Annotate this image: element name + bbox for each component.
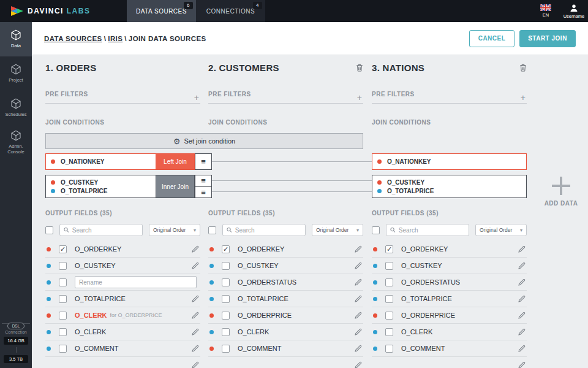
- search-box: [222, 224, 306, 236]
- delete-source-icon[interactable]: [519, 64, 527, 72]
- app-logo-text: DAVINCI LABS: [28, 7, 90, 15]
- edit-field-icon[interactable]: [355, 245, 362, 253]
- edit-field-icon[interactable]: [518, 312, 526, 319]
- search-input[interactable]: [399, 227, 465, 234]
- edit-field-icon[interactable]: [518, 245, 526, 253]
- drag-handle-icon[interactable]: ≡: [195, 153, 212, 170]
- search-box: [386, 224, 469, 236]
- breadcrumb-item-iris[interactable]: IRIS: [108, 35, 123, 42]
- type-dot-blue: [209, 280, 214, 285]
- tab-count-badge: 4: [253, 2, 262, 9]
- field-checkbox[interactable]: [222, 328, 230, 336]
- add-pre-filter-button[interactable]: +: [521, 94, 526, 101]
- edit-field-icon[interactable]: [192, 262, 199, 269]
- select-all-checkbox[interactable]: [45, 226, 53, 234]
- field-row: ✓ O_ORDERKEY: [372, 241, 527, 258]
- field-checkbox[interactable]: [385, 345, 393, 353]
- field-checkbox[interactable]: [385, 295, 393, 303]
- edit-field-icon[interactable]: [355, 262, 362, 269]
- edit-field-icon[interactable]: [518, 262, 526, 269]
- field-checkbox[interactable]: [59, 345, 67, 353]
- field-checkbox[interactable]: ✓: [59, 245, 67, 253]
- type-dot-blue: [47, 347, 51, 351]
- field-checkbox[interactable]: [385, 278, 393, 286]
- edit-field-icon[interactable]: [355, 295, 362, 302]
- field-checkbox[interactable]: [59, 295, 67, 303]
- set-join-condition-button[interactable]: ⚙ Set join condition: [45, 133, 363, 149]
- delete-source-icon[interactable]: [356, 64, 363, 72]
- field-checkbox[interactable]: [385, 312, 393, 320]
- sort-order-select[interactable]: Original Order ▾: [312, 224, 363, 236]
- edit-field-icon[interactable]: [192, 312, 199, 319]
- add-data-button[interactable]: ADD DATA: [534, 177, 588, 207]
- start-join-button[interactable]: START JOIN: [519, 30, 576, 47]
- join-type-badge[interactable]: Inner Join: [156, 175, 195, 198]
- join-condition-1-left[interactable]: O_NATIONKEY Left Join ≡: [45, 153, 212, 170]
- top-tab-connections[interactable]: 4 CONNECTIONS: [196, 0, 265, 22]
- join-condition-2-left[interactable]: O_CUSTKEYO_TOTALPRICE Inner Join ≡≡: [45, 175, 212, 198]
- edit-field-icon[interactable]: [192, 345, 199, 352]
- edit-field-icon[interactable]: [518, 328, 526, 335]
- edit-field-icon[interactable]: [192, 295, 199, 302]
- field-checkbox[interactable]: [385, 262, 393, 270]
- type-dot-blue: [373, 264, 377, 268]
- join-type-badge[interactable]: Left Join: [156, 153, 195, 170]
- select-all-checkbox[interactable]: [208, 226, 216, 234]
- sidebar-item-admin-console[interactable]: Admin. Console: [0, 125, 32, 159]
- drag-handle-icon[interactable]: ≡: [195, 175, 212, 187]
- edit-field-icon[interactable]: [192, 361, 199, 368]
- search-input[interactable]: [72, 227, 138, 234]
- edit-field-icon[interactable]: [192, 328, 199, 335]
- edit-field-icon[interactable]: [355, 345, 362, 352]
- add-pre-filter-button[interactable]: +: [357, 94, 362, 101]
- sidebar-item-schedules[interactable]: Schedules: [0, 91, 32, 125]
- language-switcher[interactable]: EN: [532, 0, 560, 22]
- field-checkbox[interactable]: ✓: [385, 245, 393, 253]
- join-connector-line: [212, 161, 372, 162]
- type-dot-blue: [47, 280, 51, 285]
- sort-order-select[interactable]: Original Order ▾: [149, 224, 200, 236]
- join-field-name: O_CUSTKEY: [61, 179, 98, 186]
- join-conditions-label: JOIN CONDITIONS: [208, 119, 267, 126]
- sidebar-item-project[interactable]: Project: [0, 56, 32, 91]
- field-checkbox[interactable]: [222, 345, 230, 353]
- sort-order-select[interactable]: Original Order ▾: [475, 224, 527, 236]
- field-checkbox[interactable]: [59, 328, 67, 336]
- drag-handle-icon[interactable]: ≡: [195, 186, 212, 199]
- field-name: O_CLERK: [75, 312, 107, 319]
- sidebar-item-data[interactable]: Data: [0, 22, 32, 56]
- edit-field-icon[interactable]: [518, 278, 526, 286]
- field-row: ✓ O_ORDERKEY: [45, 241, 200, 258]
- search-input[interactable]: [235, 227, 301, 234]
- app-logo[interactable]: DAVINCI LABS: [0, 0, 127, 22]
- select-all-checkbox[interactable]: [372, 226, 380, 234]
- field-checkbox[interactable]: [385, 328, 393, 336]
- edit-field-icon[interactable]: [518, 361, 526, 368]
- rename-input[interactable]: [75, 276, 197, 288]
- schedules-icon: [10, 98, 21, 109]
- edit-field-icon[interactable]: [355, 361, 362, 368]
- field-checkbox[interactable]: ✓: [222, 245, 230, 253]
- edit-field-icon[interactable]: [355, 278, 362, 286]
- field-checkbox[interactable]: [222, 278, 230, 286]
- field-checkbox[interactable]: [222, 262, 230, 270]
- join-field-name: O_CUSTKEY: [387, 179, 424, 186]
- cancel-button[interactable]: CANCEL: [469, 30, 514, 47]
- field-checkbox[interactable]: [222, 312, 230, 320]
- top-tab-data-sources[interactable]: 6 DATA SOURCES: [127, 0, 196, 22]
- edit-field-icon[interactable]: [192, 245, 199, 253]
- join-condition-2-right[interactable]: O_CUSTKEYO_TOTALPRICE: [372, 175, 527, 198]
- breadcrumb-item-data-sources[interactable]: DATA SOURCES: [44, 35, 102, 42]
- user-menu[interactable]: Username: [560, 0, 588, 22]
- field-checkbox[interactable]: [59, 312, 67, 320]
- edit-field-icon[interactable]: [355, 312, 362, 319]
- field-checkbox[interactable]: [59, 278, 67, 286]
- edit-field-icon[interactable]: [518, 295, 526, 302]
- edit-field-icon[interactable]: [518, 345, 526, 352]
- field-checkbox[interactable]: [59, 262, 67, 270]
- edit-field-icon[interactable]: [355, 328, 362, 335]
- add-pre-filter-button[interactable]: +: [194, 94, 199, 101]
- field-name: O_ORDERKEY: [75, 245, 121, 253]
- join-condition-1-right[interactable]: O_NATIONKEY: [372, 153, 527, 170]
- field-checkbox[interactable]: [222, 295, 230, 303]
